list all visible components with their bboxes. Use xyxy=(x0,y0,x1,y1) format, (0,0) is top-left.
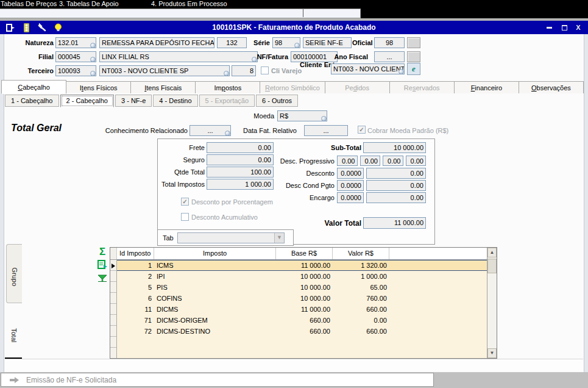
sidebar-tab-grupo[interactable]: Grupo xyxy=(6,244,22,303)
table-row[interactable]: 1 ICMS 11 000.00 1 320.00 xyxy=(117,260,487,271)
ano-fiscal-button[interactable] xyxy=(407,51,420,62)
sub-tab-label: 6 - Outros xyxy=(262,97,292,104)
frete-field[interactable]: 0.00 xyxy=(207,142,274,153)
table-row[interactable]: 71 DICMS-ORIGEM 660.00 0.00 xyxy=(117,315,487,326)
desc-cond-pct-field[interactable]: 0.0000 xyxy=(337,180,364,191)
sub-tab-label: 3 - NF-e xyxy=(121,97,146,104)
cell-base: 10 000.00 xyxy=(276,282,333,292)
main-tab[interactable]: Pedidos xyxy=(325,81,390,93)
main-tab[interactable]: Itens Físicos xyxy=(66,81,131,93)
oficial-field[interactable]: 98 xyxy=(374,37,405,48)
table-row[interactable]: 5 PIS 10 000.00 65.00 xyxy=(117,282,487,293)
sub-tab[interactable]: 6 - Outros xyxy=(256,95,298,107)
serie-desc-field[interactable]: SERIE NF-E xyxy=(303,37,352,48)
filter-funnel-icon[interactable] xyxy=(96,272,108,284)
ano-fiscal-field[interactable]: ... xyxy=(374,51,405,62)
application-window: Tabelas De Preços 3. Tabelas De Apoio 4.… xyxy=(0,0,588,388)
cell-id: 2 xyxy=(117,271,154,281)
cli-varejo-checkbox[interactable] xyxy=(261,66,269,74)
cell-id: 72 xyxy=(117,326,154,336)
data-fat-field[interactable]: ... xyxy=(304,125,348,136)
main-tab[interactable]: Cabeçalho xyxy=(1,80,66,94)
grid-header: Id Imposto Imposto Base R$ Valor R$ xyxy=(110,248,487,260)
cell-id: 71 xyxy=(117,315,154,325)
table-row[interactable]: 11 DICMS 11 000.00 660.00 xyxy=(117,304,487,315)
filial-code-field[interactable]: 000045 xyxy=(55,51,96,62)
valor-total-field[interactable]: 11 000.00 xyxy=(363,217,426,229)
encargo-value-field[interactable]: 0.00 xyxy=(366,192,426,203)
desc-progressivo-field[interactable]: 0.00 xyxy=(360,156,381,166)
sidebar-tab-total[interactable]: Total xyxy=(6,320,22,351)
sub-tab[interactable]: 1 - Cabeçalho xyxy=(5,95,59,107)
main-tab[interactable]: Impostos xyxy=(196,81,260,93)
grid-scrollbar[interactable]: ▲ ▼ xyxy=(487,248,497,358)
terceiro-extra-field[interactable]: 8 xyxy=(232,65,256,76)
natureza-desc-field[interactable]: REMESSA PARA DEPÓSITO FECHADO xyxy=(99,37,214,48)
grid-header-imposto[interactable]: Imposto xyxy=(154,248,276,259)
serie-label: Série xyxy=(221,39,270,46)
table-row[interactable]: 2 IPI 10 000.00 1 000.00 xyxy=(117,271,487,282)
cell-valor: 1 320.00 xyxy=(333,260,389,270)
table-row[interactable]: 72 DICMS-DESTINO 660.00 660.00 xyxy=(117,326,487,337)
menu-item-produtos-processo[interactable]: 4. Produtos Em Processo xyxy=(151,0,227,9)
desconto-porcentagem-label: Desconto por Porcentagem xyxy=(191,198,273,206)
natureza-code-field[interactable]: 132.01 xyxy=(55,37,96,48)
desconto-value-field[interactable]: 0.00 xyxy=(366,168,426,179)
sum-icon[interactable]: Σ xyxy=(96,245,108,257)
subtotal-field[interactable]: 10 000.00 xyxy=(363,142,426,153)
main-tab[interactable]: Retorno Simbólico xyxy=(260,81,325,93)
tab-dropdown[interactable]: ▼ xyxy=(177,232,285,243)
conhecimento-field[interactable]: ... xyxy=(190,125,231,136)
oficial-button[interactable] xyxy=(407,37,420,48)
scroll-thumb[interactable] xyxy=(487,259,497,273)
terceiro-desc-field[interactable]: NT003 - NOVO CLIENTE SP xyxy=(99,65,230,76)
main-tab[interactable]: Financeiro xyxy=(455,81,519,93)
grid-header-id[interactable]: Id Imposto xyxy=(117,248,154,259)
terceiro-code-field[interactable]: 100093 xyxy=(55,65,96,76)
main-tab[interactable]: Reservados xyxy=(390,81,455,93)
scroll-up-icon[interactable]: ▲ xyxy=(487,248,497,257)
cliente-entrega-field[interactable]: NT003 - NOVO CLIENTE SP xyxy=(331,63,405,74)
bottom-spacer xyxy=(5,359,583,371)
seguro-field[interactable]: 0.00 xyxy=(207,154,274,165)
impostos-grid: Id Imposto Imposto Base R$ Valor R$ 1 IC… xyxy=(110,247,497,359)
nfe-icon[interactable]: e xyxy=(407,63,420,75)
desconto-label: Desconto xyxy=(274,170,335,177)
status-message-box: Emissão de NF-e Solicitada xyxy=(1,373,434,387)
export-sheet-icon[interactable] xyxy=(96,259,108,271)
grid-header-valor[interactable]: Valor R$ xyxy=(333,248,389,259)
desc-progressivo-field[interactable]: 0.00 xyxy=(337,156,358,166)
encargo-pct-field[interactable]: 0.0000 xyxy=(337,192,364,203)
chevron-down-icon[interactable]: ▼ xyxy=(274,233,284,243)
cell-base: 11 000.00 xyxy=(276,304,333,314)
qtde-total-field[interactable]: 100.00 xyxy=(207,167,274,178)
desconto-pct-field[interactable]: 0.0000 xyxy=(337,168,364,179)
grid-header-base[interactable]: Base R$ xyxy=(276,248,333,259)
terceiro-label: Terceiro xyxy=(5,67,54,74)
oficial-label: Oficial xyxy=(352,39,372,46)
table-row[interactable]: 6 COFINS 10 000.00 760.00 xyxy=(117,293,487,304)
desc-cond-value-field[interactable]: 0.00 xyxy=(366,180,426,191)
sub-tab[interactable]: 2 - Cabeçalho xyxy=(60,95,115,107)
desc-progressivo-field[interactable]: 0.00 xyxy=(383,156,403,166)
menu-item-tabelas-apoio[interactable]: 3. Tabelas De Apoio xyxy=(59,0,119,9)
sub-tab[interactable]: 4 - Destino xyxy=(153,95,197,107)
desc-progressivo-field[interactable]: 0.00 xyxy=(406,156,427,166)
sub-tab[interactable]: 5 - Exportação xyxy=(199,95,255,107)
moeda-field[interactable]: R$ xyxy=(277,110,327,121)
serie-code-field[interactable]: 98 xyxy=(272,37,300,48)
close-icon[interactable]: X xyxy=(573,23,583,32)
filial-desc-field[interactable]: LINX FILIAL RS xyxy=(99,51,258,62)
sub-tab[interactable]: 3 - NF-e xyxy=(115,95,152,107)
total-impostos-field[interactable]: 1 000.00 xyxy=(207,179,274,190)
cell-base: 660.00 xyxy=(276,315,333,325)
main-tab-label: Impostos xyxy=(214,84,242,92)
minimize-icon[interactable] xyxy=(544,23,554,32)
scroll-down-icon[interactable]: ▼ xyxy=(487,348,497,358)
main-tab[interactable]: Itens Fiscais xyxy=(131,81,196,93)
main-tab[interactable]: Observações xyxy=(519,81,584,93)
menu-item-tabelas-precos[interactable]: Tabelas De Preços xyxy=(1,0,57,9)
encargo-label: Encargo xyxy=(274,194,335,201)
maximize-icon[interactable] xyxy=(559,23,569,32)
desconto-acumulativo-checkbox[interactable] xyxy=(181,213,189,221)
